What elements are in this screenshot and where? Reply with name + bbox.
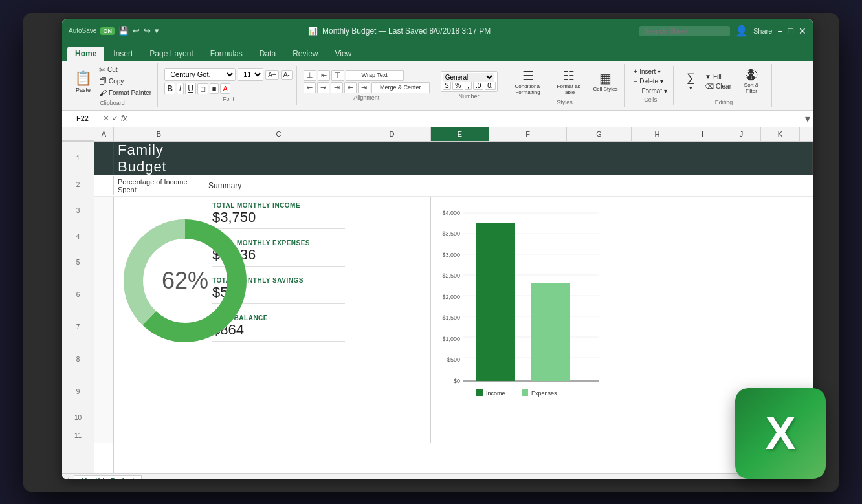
share-button[interactable]: Share — [753, 27, 772, 35]
row-4[interactable]: 4 — [62, 227, 94, 247]
increase-decimal-button[interactable]: .0 — [473, 82, 483, 90]
insert-function-button[interactable]: fx — [121, 114, 127, 123]
tab-formulas[interactable]: Formulas — [203, 47, 250, 61]
increase-indent-button[interactable]: ⇥ — [358, 82, 370, 93]
col-header-c[interactable]: C — [204, 127, 353, 141]
cell-reference-input[interactable]: F22 — [65, 113, 100, 124]
tab-data[interactable]: Data — [252, 47, 283, 61]
col-header-i[interactable]: I — [683, 127, 722, 141]
copy-button[interactable]: 🗍 Copy — [97, 76, 153, 87]
tab-insert[interactable]: Insert — [105, 47, 140, 61]
align-left-button[interactable]: ⇤ — [304, 82, 316, 93]
undo-icon[interactable]: ↩ — [133, 26, 140, 36]
search-input[interactable] — [639, 26, 730, 36]
col-header-d[interactable]: D — [353, 127, 431, 141]
bold-button[interactable]: B — [164, 83, 175, 94]
r11-rest[interactable] — [114, 459, 813, 473]
insert-cells-button[interactable]: + Insert ▾ — [632, 67, 669, 76]
minimize-icon[interactable]: − — [777, 26, 782, 36]
tab-home[interactable]: Home — [67, 47, 104, 61]
cell-styles-button[interactable]: ▦ Cell Styles — [590, 65, 621, 98]
row-1[interactable]: 1 — [62, 142, 94, 175]
align-middle-button[interactable]: ⇤ — [318, 70, 330, 81]
tab-view[interactable]: View — [327, 47, 359, 61]
col-header-h[interactable]: H — [632, 127, 683, 141]
r10-rest[interactable] — [114, 443, 813, 459]
save-icon[interactable]: 💾 — [118, 26, 129, 36]
subtitle-cell-rest[interactable] — [353, 176, 813, 195]
decrease-decimal-button[interactable]: 0. — [485, 82, 495, 90]
row-6[interactable]: 6 — [62, 279, 94, 311]
wrap-text-button[interactable]: Wrap Text — [346, 70, 404, 81]
col-header-e[interactable]: E — [431, 127, 489, 141]
col-header-b[interactable]: B — [114, 127, 204, 141]
number-format-selector[interactable]: General — [443, 73, 494, 82]
formula-input[interactable] — [129, 115, 802, 122]
subtitle-cell-b[interactable]: Percentage of Income Spent — [114, 175, 204, 196]
fill-button[interactable]: ▼ Fill — [703, 72, 733, 81]
row-5[interactable]: 5 — [62, 247, 94, 279]
row-8[interactable]: 8 — [62, 344, 94, 376]
increase-font-button[interactable]: A+ — [265, 70, 279, 80]
title-cell-b[interactable]: Family Budget — [114, 142, 204, 175]
tab-page-layout[interactable]: Page Layout — [142, 47, 201, 61]
r10-a[interactable] — [94, 443, 114, 459]
align-right-button[interactable]: ⇥ — [331, 82, 343, 93]
title-cell-rest[interactable] — [204, 142, 813, 175]
main-col-a[interactable] — [94, 197, 114, 443]
subtitle-cell-a[interactable] — [94, 176, 114, 195]
close-icon[interactable]: ✕ — [799, 26, 806, 36]
fill-color-button[interactable]: ■ — [210, 83, 219, 94]
redo-icon[interactable]: ↪ — [144, 26, 151, 36]
tab-review[interactable]: Review — [285, 47, 326, 61]
comma-button[interactable]: , — [465, 82, 472, 90]
autosave-toggle[interactable]: ON — [100, 27, 115, 35]
decrease-font-button[interactable]: A- — [281, 70, 293, 80]
formula-expand-icon[interactable]: ▾ — [805, 113, 810, 125]
row-2[interactable]: 2 — [62, 175, 94, 195]
row-7[interactable]: 7 — [62, 311, 94, 344]
autosum-button[interactable]: ∑ ▾ — [680, 65, 701, 98]
row-3[interactable]: 3 — [62, 195, 94, 227]
col-header-f[interactable]: F — [489, 127, 567, 141]
col-header-a[interactable]: A — [94, 127, 114, 141]
paste-button[interactable]: 📋 Paste — [71, 65, 95, 98]
border-button[interactable]: ◻ — [197, 83, 208, 94]
format-painter-button[interactable]: 🖌 Format Painter — [97, 88, 153, 98]
row-10[interactable]: 10 — [62, 408, 94, 428]
font-color-button[interactable]: A — [220, 83, 230, 94]
percent-button[interactable]: % — [452, 82, 463, 90]
col-header-k[interactable]: K — [761, 127, 800, 141]
underline-button[interactable]: U — [185, 83, 196, 94]
col-header-g[interactable]: G — [567, 127, 632, 141]
confirm-formula-button[interactable]: ✓ — [112, 114, 118, 123]
align-top-button[interactable]: ⊥ — [304, 70, 316, 81]
clear-button[interactable]: ⌫ Clear — [703, 82, 733, 91]
align-center-button[interactable]: ⇥ — [317, 82, 329, 93]
delete-cells-button[interactable]: − Delete ▾ — [632, 77, 669, 85]
italic-button[interactable]: I — [177, 83, 184, 94]
conditional-formatting-button[interactable]: ☰ Conditional Formatting — [509, 65, 547, 98]
align-bottom-button[interactable]: ⊤ — [331, 70, 344, 81]
add-sheet-button[interactable]: + — [66, 475, 71, 479]
quick-access-icon[interactable]: ▾ — [155, 26, 159, 36]
decrease-indent-button[interactable]: ⇤ — [344, 82, 357, 93]
sheet-tab-monthly-budget[interactable]: Monthly Budget — [74, 475, 142, 479]
font-size-selector[interactable]: 11 — [238, 68, 263, 81]
r11-a[interactable] — [94, 459, 114, 473]
merge-center-button[interactable]: Merge & Center — [371, 82, 430, 93]
format-cells-button[interactable]: ☷ Format ▾ — [632, 87, 669, 95]
row-9[interactable]: 9 — [62, 376, 94, 408]
row-11[interactable]: 11 — [62, 428, 94, 444]
cut-button[interactable]: ✄ Cut — [97, 65, 153, 75]
subtitle-cell-c[interactable]: Summary — [204, 176, 353, 195]
title-cell-a[interactable] — [94, 142, 114, 175]
cancel-formula-button[interactable]: ✕ — [103, 114, 109, 123]
sort-filter-button[interactable]: ⛇ Sort & Filter — [735, 65, 768, 98]
col-header-j[interactable]: J — [722, 127, 761, 141]
maximize-icon[interactable]: □ — [788, 26, 793, 36]
currency-button[interactable]: $ — [443, 82, 452, 90]
format-as-table-button[interactable]: ☷ Format as Table — [549, 65, 588, 98]
font-name-selector[interactable]: Century Got. — [164, 68, 236, 81]
col-d-area[interactable] — [353, 197, 431, 443]
